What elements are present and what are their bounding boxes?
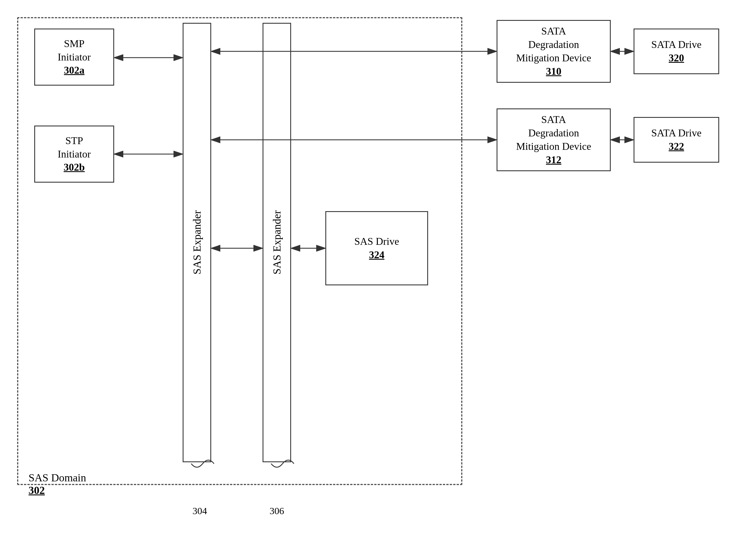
sas-expander-1-label: SAS Expander [191, 211, 203, 275]
smp-initiator-ref: 302a [64, 64, 85, 77]
expander-306-number: 306 [270, 506, 284, 516]
sas-drive-324-box: SAS Drive 324 [325, 211, 428, 285]
sata-dmg-310-label1: SATA [541, 25, 566, 38]
sata-dmg-312-label3: Mitigation Device [516, 140, 591, 153]
sas-drive-324-label: SAS Drive [354, 235, 399, 248]
sata-dmg-312-label2: Degradation [528, 126, 579, 140]
sata-drive-322-box: SATA Drive 322 [634, 117, 719, 163]
expander-ref-304-label: 304 [185, 506, 214, 517]
sata-dmg-312-box: SATA Degradation Mitigation Device 312 [497, 108, 611, 171]
sas-expander-1-box: SAS Expander [183, 23, 211, 462]
smp-initiator-label2: Initiator [58, 50, 91, 64]
sata-dmg-312-ref: 312 [546, 153, 561, 167]
expander-ref-306-label: 306 [262, 506, 291, 517]
sas-expander-2-box: SAS Expander [262, 23, 291, 462]
smp-initiator-label: SMP [64, 37, 85, 50]
sata-drive-320-box: SATA Drive 320 [634, 29, 719, 74]
stp-initiator-label2: Initiator [58, 147, 91, 161]
smp-initiator-box: SMP Initiator 302a [34, 29, 114, 86]
sata-dmg-310-ref: 310 [546, 65, 561, 78]
sata-dmg-312-label1: SATA [541, 113, 566, 126]
stp-initiator-label: STP [65, 134, 83, 147]
sata-drive-320-ref: 320 [669, 51, 684, 65]
domain-label-text: SAS Domain [29, 472, 86, 484]
diagram-container: SMP Initiator 302a STP Initiator 302b SA… [12, 12, 744, 514]
sata-drive-320-label: SATA Drive [651, 38, 701, 51]
sata-drive-322-ref: 322 [669, 140, 684, 153]
sas-drive-324-ref: 324 [369, 248, 385, 262]
sata-drive-322-label: SATA Drive [651, 126, 701, 140]
sata-dmg-310-box: SATA Degradation Mitigation Device 310 [497, 20, 611, 83]
stp-initiator-box: STP Initiator 302b [34, 125, 114, 183]
stp-initiator-ref: 302b [64, 161, 85, 174]
expander-304-number: 304 [193, 506, 207, 516]
sata-dmg-310-label3: Mitigation Device [516, 51, 591, 65]
domain-label: SAS Domain 302 [29, 471, 86, 496]
sata-dmg-310-label2: Degradation [528, 38, 579, 51]
sas-expander-2-label: SAS Expander [271, 211, 283, 275]
domain-ref: 302 [29, 484, 45, 496]
